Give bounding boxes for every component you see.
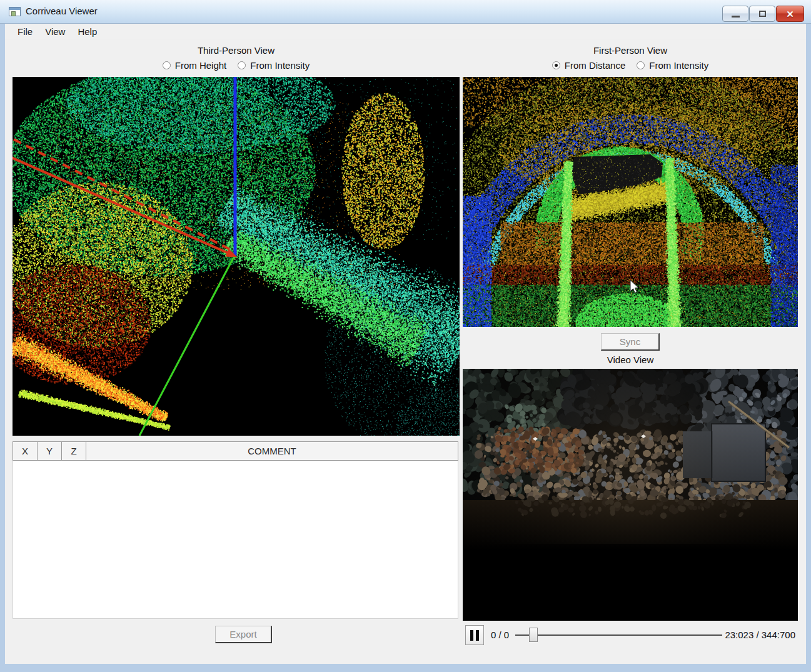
pause-button[interactable] [465,625,484,645]
coordinate-table-body[interactable] [13,461,458,619]
table-header-x[interactable]: X [13,442,38,460]
first-person-title: First-Person View [463,45,798,56]
third-person-color-mode: From Height From Intensity [13,60,460,71]
menu-item-help[interactable]: Help [71,25,103,38]
radio-from-intensity-fp[interactable]: From Intensity [637,60,708,71]
video-controls: 0 / 0 23:023 / 344:700 [463,625,798,645]
maximize-icon [759,11,766,17]
coordinate-table: X Y Z COMMENT [13,441,458,619]
radio-from-intensity-tp[interactable]: From Intensity [238,60,310,71]
video-canvas[interactable] [463,369,798,621]
menu-item-file[interactable]: File [11,25,39,38]
third-person-title: Third-Person View [13,45,460,56]
frame-counter: 0 / 0 [491,629,509,640]
app-icon [9,7,21,16]
radio-from-distance[interactable]: From Distance [552,60,626,71]
table-header-y[interactable]: Y [38,442,62,460]
window-titlebar[interactable]: Corriveau Viewer ✕ [0,0,811,24]
maximize-button[interactable] [749,6,775,22]
radio-from-height-circle[interactable] [163,61,171,69]
video-timestamp: 23:023 / 344:700 [725,629,795,640]
radio-from-distance-circle[interactable] [552,61,560,69]
video-slider[interactable] [515,625,722,645]
table-header-z[interactable]: Z [62,442,86,460]
video-slider-track[interactable] [515,634,722,636]
menu-item-view[interactable]: View [39,25,71,38]
table-header-comment[interactable]: COMMENT [86,442,458,460]
sync-button[interactable]: Sync [601,333,660,351]
export-button[interactable]: Export [215,626,272,643]
video-view-title: Video View [463,354,798,365]
radio-from-intensity-fp-circle[interactable] [637,61,645,69]
radio-from-intensity-tp-circle[interactable] [238,61,246,69]
close-button[interactable]: ✕ [776,6,804,22]
main-content: Third-Person View From Height From Inten… [5,39,806,664]
pause-icon [470,630,473,641]
window-title: Corriveau Viewer [26,6,98,16]
minimize-button[interactable] [722,6,748,22]
close-icon: ✕ [786,9,794,19]
first-person-canvas[interactable] [463,77,798,327]
video-slider-thumb[interactable] [529,628,538,642]
menu-bar: File View Help [5,24,806,39]
radio-from-height[interactable]: From Height [163,60,227,71]
coordinate-table-header: X Y Z COMMENT [13,441,458,461]
third-person-canvas[interactable] [13,77,460,436]
first-person-color-mode: From Distance From Intensity [463,60,798,71]
minimize-icon [732,16,740,18]
